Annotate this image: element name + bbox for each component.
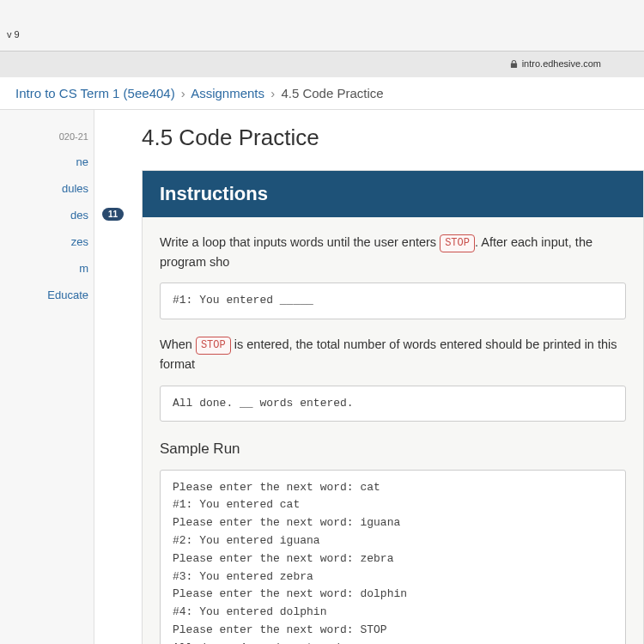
instruction-line-1: Write a loop that inputs words until the… xyxy=(160,233,626,272)
breadcrumb-course[interactable]: Intro to CS Term 1 (5ee404) xyxy=(15,86,175,100)
sidebar-item-label: dules xyxy=(62,182,88,195)
code-block-sample-run: Please enter the next word: cat #1: You … xyxy=(160,470,626,644)
instr-text: Write a loop that inputs words until the… xyxy=(160,235,440,249)
chevron-right-icon: › xyxy=(270,86,275,100)
breadcrumb-current: 4.5 Code Practice xyxy=(281,86,383,100)
page-title: 4.5 Code Practice xyxy=(142,125,644,151)
browser-tab[interactable]: v 9 xyxy=(0,26,27,43)
sidebar-term-label: 020-21 xyxy=(0,125,94,149)
sidebar-item-label: des xyxy=(70,209,88,222)
browser-chrome: v 9 xyxy=(0,0,644,52)
sidebar-item-quizzes[interactable]: zes xyxy=(0,228,94,255)
sample-run-heading: Sample Run xyxy=(160,437,626,460)
sidebar-item-label: Educate xyxy=(47,289,88,301)
url-text: intro.edhesive.com xyxy=(522,58,601,69)
instruction-line-2: When STOP is entered, the total number o… xyxy=(160,335,626,374)
stop-badge: STOP xyxy=(440,234,475,252)
sidebar-item-m[interactable]: m xyxy=(0,255,94,282)
sidebar-item-label: ne xyxy=(76,155,88,168)
sidebar-item-home[interactable]: ne xyxy=(0,149,94,175)
instructions-panel: Instructions Write a loop that inputs wo… xyxy=(142,170,644,644)
content-area: 4.5 Code Practice Instructions Write a l… xyxy=(94,77,644,644)
stop-badge: STOP xyxy=(196,337,231,355)
sidebar: 020-21 ne dules des 11 zes m Educate xyxy=(0,77,94,644)
sidebar-item-educate[interactable]: Educate xyxy=(0,282,94,308)
chevron-right-icon: › xyxy=(181,86,185,100)
instructions-header: Instructions xyxy=(143,171,643,217)
sidebar-item-label: zes xyxy=(71,235,88,248)
grades-count-badge: 11 xyxy=(102,208,124,221)
code-block-format2: All done. __ words entered. xyxy=(160,386,626,422)
breadcrumb: Intro to CS Term 1 (5ee404) › Assignment… xyxy=(0,77,644,110)
breadcrumb-section[interactable]: Assignments xyxy=(191,86,264,100)
sidebar-item-modules[interactable]: dules xyxy=(0,175,94,202)
lock-icon xyxy=(510,60,518,68)
instructions-body: Write a loop that inputs words until the… xyxy=(143,217,643,644)
url-bar[interactable]: intro.edhesive.com xyxy=(510,58,601,69)
sidebar-item-grades[interactable]: des 11 xyxy=(0,202,94,228)
code-block-format1: #1: You entered _____ xyxy=(160,283,626,319)
sidebar-item-label: m xyxy=(79,262,88,275)
instr-text: When xyxy=(160,337,196,351)
main-window: Intro to CS Term 1 (5ee404) › Assignment… xyxy=(0,77,644,644)
